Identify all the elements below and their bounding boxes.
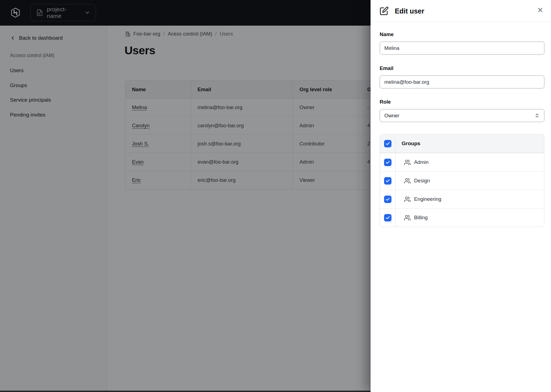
users-icon <box>404 178 410 184</box>
group-row-billing[interactable]: Billing <box>380 208 544 227</box>
edit-pencil-icon <box>380 6 389 15</box>
groups-selection-table: Groups Admin <box>380 134 544 227</box>
group-label: Admin <box>414 159 428 165</box>
email-field-label: Email <box>380 65 393 71</box>
group-checkbox[interactable] <box>384 196 391 203</box>
name-field-label: Name <box>380 31 394 37</box>
group-row-design[interactable]: Design <box>380 171 544 190</box>
check-icon <box>385 197 390 202</box>
check-icon <box>385 179 390 183</box>
group-row-engineering[interactable]: Engineering <box>380 190 544 208</box>
role-select[interactable]: Owner <box>380 109 544 122</box>
edit-user-drawer: Edit user ✕ Name Email Role Owner Groups <box>371 0 551 392</box>
drawer-header: Edit user ✕ <box>371 0 551 22</box>
role-field-label: Role <box>380 99 391 105</box>
check-icon <box>385 141 390 146</box>
group-checkbox[interactable] <box>384 159 391 166</box>
group-label: Billing <box>414 215 428 221</box>
users-icon <box>404 196 410 202</box>
name-field[interactable] <box>380 42 544 55</box>
email-field[interactable] <box>380 75 544 88</box>
group-label: Engineering <box>414 196 441 202</box>
check-icon <box>385 215 390 220</box>
app-window: project-name Back to dashboard Access co… <box>0 0 551 392</box>
role-selected-value: Owner <box>384 113 399 119</box>
select-all-checkbox[interactable] <box>384 140 391 147</box>
users-icon <box>404 215 410 221</box>
group-checkbox[interactable] <box>384 214 391 221</box>
close-icon[interactable]: ✕ <box>536 6 544 15</box>
groups-header-row: Groups <box>380 134 544 153</box>
groups-header-label: Groups <box>396 134 544 153</box>
group-row-admin[interactable]: Admin <box>380 153 544 171</box>
check-icon <box>385 160 390 165</box>
group-label: Design <box>414 178 430 184</box>
users-icon <box>404 159 410 166</box>
select-stepper-icon <box>534 113 540 118</box>
group-checkbox[interactable] <box>384 177 391 185</box>
drawer-title: Edit user <box>395 7 424 15</box>
